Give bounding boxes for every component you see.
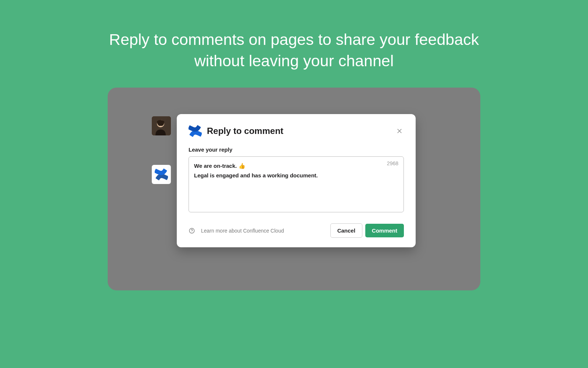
reply-textarea-value: We are on-track. 👍 Legal is engaged and … xyxy=(194,161,398,180)
help-icon[interactable] xyxy=(189,227,195,234)
reply-textarea[interactable]: We are on-track. 👍 Legal is engaged and … xyxy=(189,156,404,212)
comment-button[interactable]: Comment xyxy=(365,224,404,237)
char-counter: 2968 xyxy=(387,160,398,166)
app-backdrop: Reply to comment Leave your reply We are… xyxy=(108,88,480,290)
reply-field-label: Leave your reply xyxy=(189,146,404,153)
confluence-logo-icon xyxy=(189,124,202,138)
modal-header: Reply to comment xyxy=(189,124,404,138)
close-icon[interactable] xyxy=(395,127,404,135)
modal-footer: Learn more about Confluence Cloud Cancel… xyxy=(189,223,404,238)
user-avatar xyxy=(152,116,171,135)
cancel-button[interactable]: Cancel xyxy=(330,223,362,238)
confluence-app-icon xyxy=(152,165,171,184)
reply-modal: Reply to comment Leave your reply We are… xyxy=(177,114,416,247)
svg-point-5 xyxy=(191,232,192,232)
help-link[interactable]: Learn more about Confluence Cloud xyxy=(201,228,327,234)
modal-title: Reply to comment xyxy=(207,126,390,136)
page-headline: Reply to comments on pages to share your… xyxy=(92,29,496,71)
